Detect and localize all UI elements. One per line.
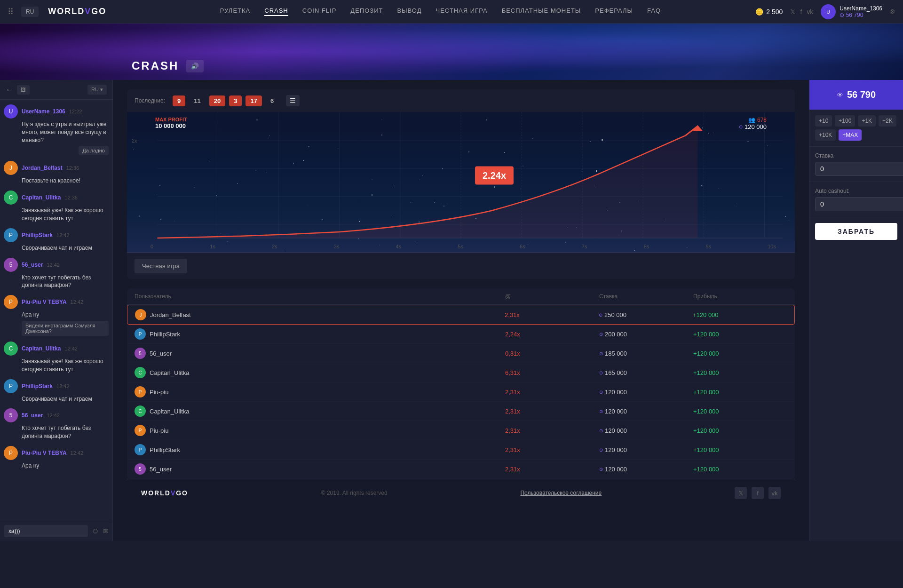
footer-twitter-icon[interactable]: 𝕏 [735, 487, 747, 499]
table-row: C Capitan_Ulitka 6,31x ⊙165 000 +120 000 [127, 363, 795, 382]
game-history: Последние: 9 11 20 3 17 6 ☰ [127, 89, 795, 112]
nav-link-рефералы[interactable]: РЕФЕРАЛЫ [595, 7, 633, 16]
quick-btn-1k[interactable]: +1K [858, 115, 876, 127]
player-avatar: C [135, 367, 146, 378]
history-menu-button[interactable]: ☰ [286, 95, 300, 106]
history-item-3[interactable]: 3 [229, 95, 242, 106]
player-avatar: P [135, 444, 146, 455]
history-item-9[interactable]: 9 [173, 95, 185, 106]
stake-cell: ⊙120 000 [599, 408, 693, 415]
settings-icon[interactable]: ⚙ [890, 8, 895, 15]
vk-icon[interactable]: vk [807, 8, 813, 16]
nav-links: РУЛЕТКАCRASHCOIN FLIPДЕПОЗИТВЫВОДЧЕСТНАЯ… [125, 7, 755, 16]
player-cell: P PhillipStark [135, 444, 505, 455]
autocashout-input[interactable] [815, 197, 903, 211]
player-name: Capitan_Ulitka [150, 408, 190, 415]
msg-text: Сворачиваем чат и играем [4, 395, 109, 403]
user-balance: ⊙ 56 790 [840, 12, 882, 18]
coin-small-icon: ⊙ [599, 351, 603, 356]
history-item-17[interactable]: 17 [246, 95, 261, 106]
msg-time: 12:42 [47, 413, 60, 418]
chat-img-button[interactable]: 🖼 [17, 85, 30, 95]
chat-lang-button[interactable]: RU ▾ [87, 85, 107, 95]
msg-username: Capitan_Ulitka [22, 345, 61, 352]
nav-link-депозит[interactable]: ДЕПОЗИТ [350, 7, 383, 16]
table-row: P Piu-piu 2,31x ⊙120 000 +120 000 [127, 421, 795, 440]
menu-icon[interactable]: ⠿ [8, 7, 14, 17]
user-agreement-link[interactable]: Пользовательское соглашение [520, 490, 602, 496]
player-name: PhillipStark [150, 331, 180, 338]
user-area[interactable]: U UserName_1306 ⊙ 56 790 [821, 4, 882, 19]
twitter-icon[interactable]: 𝕏 [790, 8, 795, 16]
chat-message: U UserName_1306 12:22 Ну я здесь с утра … [4, 104, 109, 155]
nav-link-вывод[interactable]: ВЫВОД [397, 7, 421, 16]
quick-btn-100[interactable]: +100 [835, 115, 855, 127]
stavka-input[interactable] [815, 162, 903, 176]
chat-message: 5 56_user 12:42 Кто хочет тут побегать б… [4, 258, 109, 290]
facebook-icon[interactable]: f [800, 8, 802, 16]
table-row: P PhillipStark 2,31x ⊙120 000 +120 000 [127, 440, 795, 460]
profit-cell: +120 000 [693, 331, 787, 338]
chat-message: P PhillipStark 12:42 Сворачиваем чат и и… [4, 379, 109, 403]
quick-btn-10k[interactable]: +10K [815, 129, 836, 141]
send-button[interactable]: ✉ [103, 527, 109, 535]
coin-icon: 🪙 [755, 8, 763, 16]
footer-facebook-icon[interactable]: f [752, 487, 764, 499]
msg-text: Кто хочет тут побегать без допинга мараф… [4, 274, 109, 290]
coin-small-icon: ⊙ [599, 447, 603, 453]
nav-link-честная-игра[interactable]: ЧЕСТНАЯ ИГРА [436, 7, 487, 16]
chat-input[interactable] [4, 525, 88, 537]
fair-game-button[interactable]: Честная игра [135, 259, 187, 273]
profit-cell: +120 000 [693, 466, 787, 473]
msg-username: UserName_1306 [22, 108, 65, 115]
msg-avatar: J [4, 161, 18, 175]
player-avatar: 5 [135, 348, 146, 359]
coin-small-icon: ⊙ [599, 409, 603, 414]
msg-time: 12:42 [64, 346, 78, 351]
chat-sidebar: ← 🖼 RU ▾ U UserName_1306 12:22 Ну я здес… [0, 80, 113, 541]
footer-vk-icon[interactable]: vk [768, 487, 781, 499]
avatar: U [821, 4, 836, 19]
player-cell: P Piu-piu [135, 386, 505, 397]
msg-reply[interactable]: Видели инстаграмм Сэмуэля Джексона? [22, 321, 109, 336]
profit-cell: +120 000 [693, 311, 787, 318]
player-avatar: 5 [135, 463, 146, 475]
msg-header: P PhillipStark 12:42 [4, 228, 109, 242]
user-info: UserName_1306 ⊙ 56 790 [840, 5, 882, 18]
quick-btn-2k[interactable]: +2K [879, 115, 896, 127]
history-item-20[interactable]: 20 [209, 95, 225, 106]
quick-btn-10[interactable]: +10 [815, 115, 832, 127]
nav-link-рулетка[interactable]: РУЛЕТКА [220, 7, 251, 16]
table-row: P PhillipStark 2,24x ⊙200 000 +120 000 [127, 325, 795, 344]
msg-text: Сворачиваем чат и играем [4, 244, 109, 252]
table-row: 5 56_user 2,31x ⊙120 000 +120 000 [127, 460, 795, 479]
lang-button[interactable]: RU [21, 7, 39, 17]
nav-link-faq[interactable]: FAQ [647, 7, 661, 16]
msg-username: Capitan_Ulitka [22, 194, 61, 201]
sound-button[interactable]: 🔊 [186, 60, 204, 72]
player-name: Jordan_Belfast [150, 311, 191, 318]
player-name: Capitan_Ulitka [150, 369, 190, 376]
msg-header: 5 56_user 12:42 [4, 408, 109, 422]
msg-reply[interactable]: Да ладно [79, 146, 109, 155]
coin-small-icon: ⊙ [599, 332, 603, 337]
history-item-11[interactable]: 11 [189, 95, 205, 106]
player-name: Piu-piu [150, 427, 168, 434]
msg-time: 12:42 [56, 232, 70, 238]
back-button[interactable]: ← [6, 86, 13, 94]
nav-link-бесплатные-монеты[interactable]: БЕСПЛАТНЫЕ МОНЕТЫ [502, 7, 581, 16]
current-multiplier-badge: 2.24x [475, 167, 514, 185]
top-right-stats: 👥 678 ⊙ 120 000 [739, 117, 767, 130]
nav-link-crash[interactable]: CRASH [264, 7, 288, 16]
player-name: PhillipStark [150, 446, 180, 453]
footer-social: 𝕏 f vk [735, 487, 781, 499]
player-avatar: P [135, 425, 146, 436]
quick-btn-max[interactable]: +MAX [839, 129, 862, 141]
take-button[interactable]: ЗАБРАТЬ [815, 223, 897, 240]
history-item-6[interactable]: 6 [266, 95, 278, 106]
mult-cell: 2,31x [505, 408, 599, 415]
nav-link-coin-flip[interactable]: COIN FLIP [302, 7, 337, 16]
player-cell: C Capitan_Ulitka [135, 367, 505, 378]
coin-small-icon: ⊙ [599, 370, 603, 375]
emoji-button[interactable]: ☺ [92, 527, 99, 535]
